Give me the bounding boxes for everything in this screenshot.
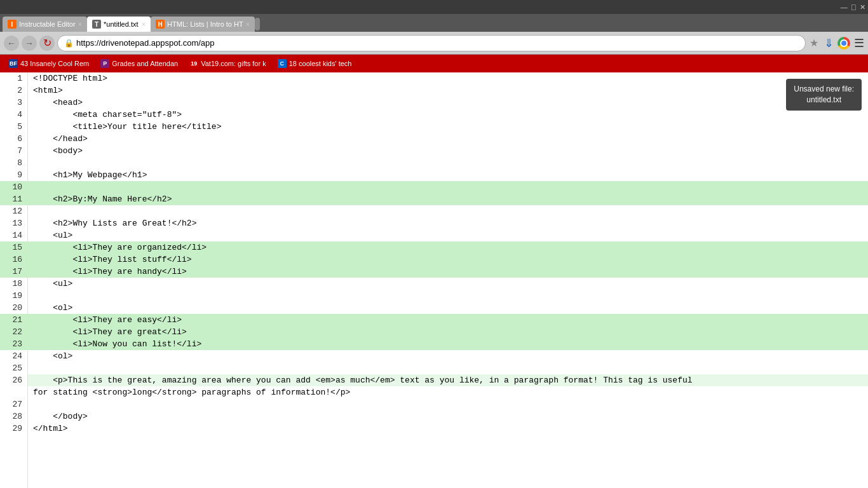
line-num-16: 16 — [0, 254, 27, 266]
download-button[interactable]: ⇓ — [822, 37, 835, 50]
code-line-6: </head> — [28, 133, 868, 145]
line-num-24: 24 — [0, 350, 27, 362]
code-line-8 — [28, 157, 868, 169]
refresh-button[interactable]: ↻ — [39, 36, 55, 51]
line-num-6: 6 — [0, 133, 27, 145]
bookmark-label-2: Vat19.com: gifts for k — [201, 60, 266, 67]
tab-bar: IInstructable Editor×T*untitled.txt×HHTM… — [0, 14, 868, 32]
code-line-29: </html> — [28, 423, 868, 435]
code-line-19 — [28, 290, 868, 302]
tab-favicon-tab1: I — [8, 20, 17, 29]
tab-favicon-tab2: T — [92, 20, 101, 29]
code-line-27 — [28, 398, 868, 410]
bookmarks-bar: BF43 Insanely Cool RemPGrades and Attend… — [0, 55, 868, 72]
title-bar: — ⎕ ✕ — [0, 0, 868, 14]
line-num-21: 21 — [0, 314, 27, 326]
line-num-5: 5 — [0, 121, 27, 133]
menu-button[interactable]: ☰ — [854, 36, 864, 50]
code-line-22: <li>They are great</li> — [28, 326, 868, 338]
line-num-8: 8 — [0, 157, 27, 169]
line-num-9: 9 — [0, 169, 27, 181]
code-line-2: <html> — [28, 85, 868, 97]
tab-tab1[interactable]: IInstructable Editor× — [3, 17, 87, 32]
url-text: https://drivenotepad.appspot.com/app — [76, 38, 215, 48]
bookmark-item-0[interactable]: BF43 Insanely Cool Rem — [4, 57, 94, 71]
line-numbers: 1234567891011121314151617181920212223242… — [0, 72, 28, 488]
code-line-10 — [28, 181, 868, 193]
line-num-14: 14 — [0, 229, 27, 241]
bookmark-item-2[interactable]: 19Vat19.com: gifts for k — [184, 57, 271, 71]
line-num-20: 20 — [0, 302, 27, 314]
line-num-2: 2 — [0, 85, 27, 97]
tab-tab2[interactable]: T*untitled.txt× — [87, 17, 151, 32]
line-num-27: 27 — [0, 398, 27, 410]
line-num-4: 4 — [0, 109, 27, 121]
tab-tab3[interactable]: HHTML: Lists | Intro to HT× — [151, 17, 255, 32]
tab-close-tab2[interactable]: × — [142, 20, 146, 28]
url-box[interactable]: 🔒 https://drivenotepad.appspot.com/app — [57, 35, 806, 51]
line-num-28: 28 — [0, 410, 27, 423]
bookmark-star-button[interactable]: ★ — [810, 37, 818, 49]
code-line-9: <h1>My Webpage</h1> — [28, 169, 868, 181]
code-line-11: <h2>By:My Name Here</h2> — [28, 193, 868, 205]
code-line-7: <body> — [28, 145, 868, 157]
code-line-21: <li>They are easy</li> — [28, 314, 868, 326]
line-num-26: 26 — [0, 374, 27, 386]
code-line-1: <!DOCTYPE html> — [28, 72, 868, 85]
line-num-25: 25 — [0, 362, 27, 374]
code-line-24: <ol> — [28, 350, 868, 362]
bookmark-favicon-1: P — [100, 59, 109, 68]
bookmark-favicon-2: 19 — [189, 59, 198, 68]
code-line-20: <ol> — [28, 302, 868, 314]
line-num-13: 13 — [0, 217, 27, 229]
bookmark-label-0: 43 Insanely Cool Rem — [20, 60, 89, 67]
bookmark-item-1[interactable]: PGrades and Attendan — [95, 57, 183, 71]
line-num-10: 10 — [0, 181, 27, 193]
address-bar: ← → ↻ 🔒 https://drivenotepad.appspot.com… — [0, 32, 868, 55]
code-line-17: <li>They are handy</li> — [28, 266, 868, 278]
tab-spacer — [255, 18, 260, 30]
line-num-17: 17 — [0, 266, 27, 278]
line-num-12: 12 — [0, 205, 27, 217]
tab-close-tab1[interactable]: × — [78, 20, 82, 28]
code-line-5: <title>Your title here</title> — [28, 121, 868, 133]
code-line-18: <ul> — [28, 278, 868, 290]
code-line-3: <head> — [28, 97, 868, 109]
unsaved-file-tooltip: Unsaved new file: untitled.txt — [786, 79, 862, 111]
tab-label-tab1: Instructable Editor — [19, 20, 76, 28]
code-line-cont-26: for stating <strong>long</strong> paragr… — [28, 386, 868, 398]
code-line-13: <h2>Why Lists are Great!</h2> — [28, 217, 868, 229]
code-area[interactable]: <!DOCTYPE html><html> <head> <meta chars… — [28, 72, 868, 488]
back-button[interactable]: ← — [4, 36, 19, 51]
code-line-25 — [28, 362, 868, 374]
code-line-12 — [28, 205, 868, 217]
line-num-22: 22 — [0, 326, 27, 338]
tab-label-tab3: HTML: Lists | Intro to HT — [167, 20, 243, 28]
bookmark-favicon-3: C — [278, 59, 287, 68]
window-controls[interactable]: — ⎕ ✕ — [841, 3, 865, 11]
code-line-23: <li>Now you can list!</li> — [28, 338, 868, 350]
line-num-19: 19 — [0, 290, 27, 302]
bookmark-item-3[interactable]: C18 coolest kids' tech — [273, 57, 357, 71]
line-num-1: 1 — [0, 72, 27, 85]
forward-button[interactable]: → — [22, 36, 37, 51]
chrome-icon — [837, 37, 850, 50]
code-line-4: <meta charset="utf-8"> — [28, 109, 868, 121]
tab-close-tab3[interactable]: × — [246, 20, 250, 28]
bookmark-label-3: 18 coolest kids' tech — [289, 60, 352, 67]
line-num-7: 7 — [0, 145, 27, 157]
code-line-26: <p>This is the great, amazing area where… — [28, 374, 868, 386]
code-line-15: <li>They are organized</li> — [28, 241, 868, 254]
line-num-15: 15 — [0, 241, 27, 254]
editor-area: 1234567891011121314151617181920212223242… — [0, 72, 868, 488]
code-line-16: <li>They list stuff</li> — [28, 254, 868, 266]
line-num-23: 23 — [0, 338, 27, 350]
tab-favicon-tab3: H — [156, 20, 165, 29]
line-num-29: 29 — [0, 423, 27, 435]
line-num-11: 11 — [0, 193, 27, 205]
line-num-cont-26 — [0, 386, 27, 398]
lock-icon: 🔒 — [64, 39, 74, 48]
line-num-18: 18 — [0, 278, 27, 290]
line-num-3: 3 — [0, 97, 27, 109]
bookmark-favicon-0: BF — [9, 59, 18, 68]
